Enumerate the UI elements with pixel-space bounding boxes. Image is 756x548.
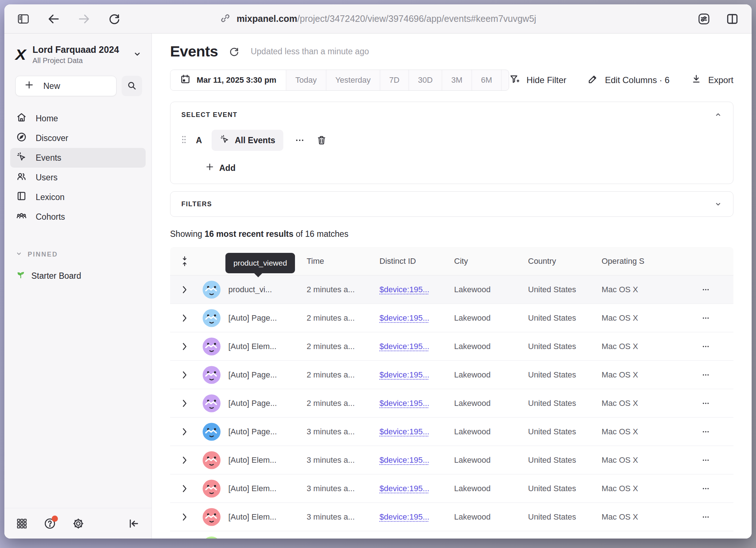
reload-button[interactable]: [108, 12, 121, 26]
table-row[interactable]: [Auto] Elem... 4 minutes a... $device:19…: [170, 531, 733, 539]
expand-panel-icon[interactable]: [714, 200, 722, 208]
row-expand-icon[interactable]: [181, 342, 188, 351]
pencil-icon: [587, 74, 598, 87]
delete-event-icon[interactable]: [316, 135, 327, 146]
collapse-panel-icon[interactable]: [714, 111, 722, 119]
help-button[interactable]: [44, 517, 56, 530]
sidebar-item-lexicon[interactable]: Lexicon: [10, 187, 146, 207]
row-actions-button[interactable]: [699, 400, 712, 407]
time-cell: 3 minutes a...: [307, 484, 379, 493]
drag-handle-icon[interactable]: [181, 135, 186, 146]
add-label: Add: [219, 163, 236, 173]
hide-filter-button[interactable]: Hide Filter: [509, 74, 566, 87]
row-expand-icon[interactable]: [181, 285, 188, 294]
distinct-id-link[interactable]: $device:195...: [379, 455, 429, 465]
settings-gear-icon[interactable]: [72, 517, 84, 530]
download-icon: [691, 74, 702, 87]
sidebar-item-events[interactable]: Events: [10, 148, 146, 168]
row-expand-icon[interactable]: [181, 314, 188, 322]
sidebar-item-home[interactable]: Home: [10, 109, 146, 128]
sidebar-item-discover[interactable]: Discover: [10, 128, 146, 148]
apps-grid-icon[interactable]: [16, 518, 28, 529]
search-button[interactable]: [122, 76, 142, 96]
row-expand-icon[interactable]: [181, 484, 188, 493]
range-3m[interactable]: 3M: [442, 70, 472, 90]
column-header-time[interactable]: Time: [307, 257, 379, 266]
event-name-cell: [Auto] Elem...: [228, 455, 307, 465]
back-button[interactable]: [47, 12, 60, 26]
pinned-section-header[interactable]: PINNED: [15, 250, 141, 259]
page-settings-icon[interactable]: [697, 12, 711, 26]
row-actions-button[interactable]: [699, 314, 712, 322]
city-cell: Lakewood: [454, 342, 528, 351]
split-view-icon[interactable]: [725, 12, 739, 26]
sidebar-toggle-icon[interactable]: [17, 12, 30, 26]
calendar-icon: [180, 74, 191, 87]
distinct-id-link[interactable]: $device:195...: [379, 342, 429, 351]
export-button[interactable]: Export: [691, 74, 733, 87]
table-row[interactable]: [Auto] Elem... 3 minutes a... $device:19…: [170, 446, 733, 474]
sidebar-item-cohorts[interactable]: Cohorts: [10, 207, 146, 227]
all-events-chip[interactable]: All Events: [212, 130, 283, 151]
city-cell: Lakewood: [454, 285, 528, 294]
distinct-id-link[interactable]: $device:195...: [379, 512, 429, 521]
address-bar[interactable]: mixpanel.com/project/3472420/view/397469…: [220, 13, 536, 25]
table-row[interactable]: [Auto] Page... 2 minutes a... $device:19…: [170, 389, 733, 418]
distinct-id-link[interactable]: $device:195...: [379, 285, 429, 294]
table-row[interactable]: product_vi... 2 minutes a... $device:195…: [170, 275, 733, 304]
distinct-id-link[interactable]: $device:195...: [379, 427, 429, 436]
range-today[interactable]: Today: [286, 70, 326, 90]
row-expand-icon[interactable]: [181, 456, 188, 465]
row-actions-button[interactable]: [699, 286, 712, 293]
sidebar-item-users[interactable]: Users: [10, 168, 146, 187]
range-12m[interactable]: 12M: [501, 70, 509, 90]
time-cell: 2 minutes a...: [307, 399, 379, 408]
row-expand-icon[interactable]: [181, 399, 188, 408]
distinct-id-link[interactable]: $device:195...: [379, 399, 429, 408]
sidebar-item-starter-board[interactable]: Starter Board: [16, 270, 141, 282]
row-expand-icon[interactable]: [181, 371, 188, 379]
edit-columns-button[interactable]: Edit Columns · 6: [587, 74, 669, 87]
collapse-rows-icon[interactable]: [180, 256, 189, 267]
distinct-id-link[interactable]: $device:195...: [379, 484, 429, 493]
select-event-panel: SELECT EVENT A All Events: [170, 102, 733, 184]
browser-window: mixpanel.com/project/3472420/view/397469…: [4, 4, 752, 539]
collapse-sidebar-icon[interactable]: [127, 517, 140, 530]
distinct-id-link[interactable]: $device:195...: [379, 313, 429, 322]
new-button[interactable]: New: [15, 76, 117, 96]
range-7d[interactable]: 7D: [380, 70, 409, 90]
date-label: Mar 11, 2025 3:30 pm: [197, 75, 276, 85]
range-30d[interactable]: 30D: [409, 70, 442, 90]
row-expand-icon[interactable]: [181, 513, 188, 521]
event-avatar: [202, 508, 221, 527]
event-row-letter: A: [196, 136, 202, 145]
forward-button[interactable]: [77, 12, 91, 26]
distinct-id-link[interactable]: $device:195...: [379, 370, 429, 379]
table-row[interactable]: [Auto] Page... 3 minutes a... $device:19…: [170, 418, 733, 446]
column-header-distinct-id[interactable]: Distinct ID: [379, 257, 454, 266]
date-picker[interactable]: Mar 11, 2025 3:30 pm: [170, 70, 286, 90]
table-row[interactable]: [Auto] Page... 2 minutes a... $device:19…: [170, 361, 733, 389]
row-actions-button[interactable]: [699, 371, 712, 379]
refresh-icon[interactable]: [229, 46, 240, 57]
plus-icon: [205, 163, 214, 173]
notification-badge: [52, 516, 58, 522]
range-6m[interactable]: 6M: [472, 70, 501, 90]
event-options-button[interactable]: [293, 136, 307, 144]
row-actions-button[interactable]: [699, 485, 712, 492]
row-actions-button[interactable]: [699, 513, 712, 521]
row-actions-button[interactable]: [699, 457, 712, 464]
table-row[interactable]: [Auto] Elem... 3 minutes a... $device:19…: [170, 474, 733, 503]
row-actions-button[interactable]: [699, 428, 712, 435]
table-row[interactable]: [Auto] Elem... 2 minutes a... $device:19…: [170, 332, 733, 361]
row-expand-icon[interactable]: [181, 427, 188, 436]
column-header-country[interactable]: Country: [528, 257, 602, 266]
project-switcher[interactable]: X Lord Farquaad 2024 All Project Data: [15, 44, 142, 65]
column-header-city[interactable]: City: [454, 257, 528, 266]
row-actions-button[interactable]: [699, 343, 712, 350]
table-row[interactable]: [Auto] Elem... 3 minutes a... $device:19…: [170, 503, 733, 531]
table-row[interactable]: [Auto] Page... 2 minutes a... $device:19…: [170, 304, 733, 332]
column-header-os[interactable]: Operating S: [602, 257, 676, 266]
range-yesterday[interactable]: Yesterday: [326, 70, 380, 90]
add-event-button[interactable]: Add: [205, 163, 722, 173]
